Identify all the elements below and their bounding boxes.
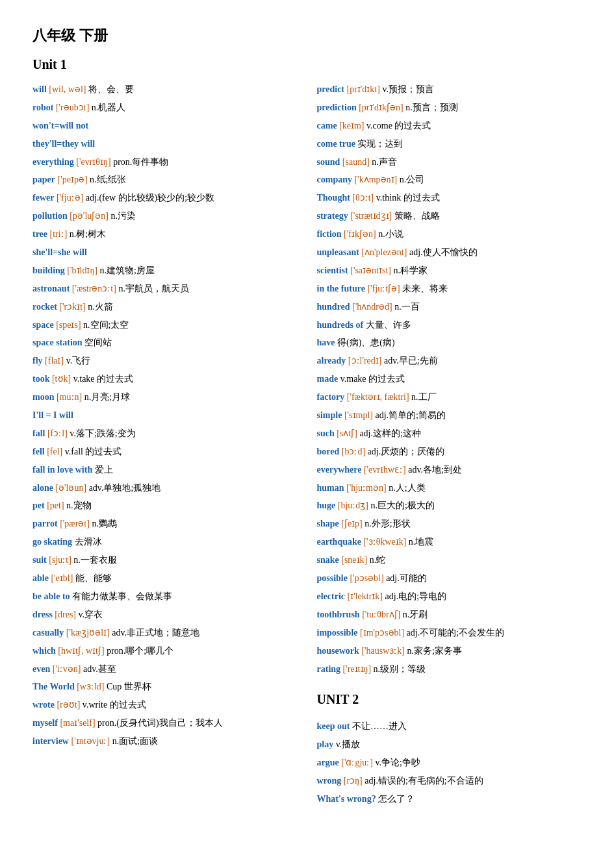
list-item: factory ['fæktərɪ, fæktri] n.工厂 <box>317 389 582 406</box>
list-item: already [ɔːl'redɪ] adv.早已;先前 <box>317 353 582 369</box>
list-item: came [keɪm] v.come 的过去式 <box>317 118 582 134</box>
list-item: she'll=she will <box>32 244 298 261</box>
list-item: possible ['pɔsəbl] adj.可能的 <box>317 570 582 587</box>
list-item: fewer ['fjuːə] adj.(few 的比较级)较少的;较少数 <box>32 190 298 206</box>
list-item: suit [sjuːt] n.一套衣服 <box>32 552 298 569</box>
left-column: will [wil, wəl] 将、会、要robot ['rəubɔt] n.机… <box>32 81 298 809</box>
list-item: sound [saund] n.声音 <box>317 154 582 171</box>
list-item: paper ['peɪpə] n.纸;纸张 <box>32 171 298 188</box>
list-item: rocket ['rɔkɪt] n.火箭 <box>32 299 298 316</box>
page-title: 八年级 下册 <box>32 26 582 45</box>
list-item: impossible [ɪm'pɔsəbl] adj.不可能的;不会发生的 <box>317 625 582 641</box>
list-item: made v.make 的过去式 <box>317 371 582 388</box>
list-item: space station 空间站 <box>32 334 298 351</box>
list-item: fell [fel] v.fall 的过去式 <box>32 443 298 460</box>
list-item: prediction [prɪ'dɪkʃən] n.预言；预测 <box>317 99 582 116</box>
list-item: tree [triː] n.树;树木 <box>32 226 298 243</box>
list-item: Thought [θɔːt] v.think 的过去式 <box>317 190 582 206</box>
list-item: I'll = I will <box>32 407 298 424</box>
list-item: such [sʌtʃ] adj.这样的;这种 <box>317 425 582 442</box>
unit2-title: UNIT 2 <box>317 688 582 712</box>
list-item: What's wrong? 怎么了？ <box>317 791 582 808</box>
list-item: fiction ['fɪkʃən] n.小说 <box>317 226 582 243</box>
list-item: in the future ['fjuːtʃə] 未来、将来 <box>317 280 582 297</box>
list-item: company ['kʌmpənɪ] n.公司 <box>317 171 582 188</box>
list-item: snake [sneɪk] n.蛇 <box>317 552 582 569</box>
list-item: hundreds of 大量、许多 <box>317 317 582 334</box>
list-item: building ['bɪldɪŋ] n.建筑物;房屋 <box>32 262 298 279</box>
list-item: housework ['hauswɜːk] n.家务;家务事 <box>317 643 582 660</box>
list-item: be able to 有能力做某事、会做某事 <box>32 588 298 605</box>
list-item: hundred ['hʌndrəd] n.一百 <box>317 299 582 316</box>
list-item: electric [ɪ'lektrɪk] adj.电的;导电的 <box>317 588 582 605</box>
list-item: rating ['reɪtɪŋ] n.级别；等级 <box>317 661 582 678</box>
list-item: fall [fɔːl] v.落下;跌落;变为 <box>32 425 298 442</box>
list-item: predict [prɪ'dɪkt] v.预报；预言 <box>317 81 582 98</box>
list-item: even ['iːvən] adv.甚至 <box>32 661 298 678</box>
list-item: myself [maɪ'self] pron.(反身代词)我自己；我本人 <box>32 715 298 732</box>
list-item: earthquake ['ɜːθkweɪk] n.地震 <box>317 534 582 551</box>
list-item: moon [muːn] n.月亮;月球 <box>32 389 298 406</box>
list-item: which [hwɪtʃ, wɪtʃ] pron.哪个;哪几个 <box>32 643 298 660</box>
list-item: fly [flaɪ] v.飞行 <box>32 353 298 369</box>
list-item: unpleasant [ʌn'plezənt] adj.使人不愉快的 <box>317 244 582 261</box>
unit1-title: Unit 1 <box>32 57 582 72</box>
list-item: alone [ə'ləun] adv.单独地;孤独地 <box>32 480 298 497</box>
list-item: go skating 去滑冰 <box>32 534 298 551</box>
list-item: come true 实现；达到 <box>317 136 582 153</box>
list-item: able ['eɪbl] 能、能够 <box>32 570 298 587</box>
list-item: human ['hjuːmən] n.人;人类 <box>317 480 582 497</box>
list-item: bored [bɔːd] adj.厌烦的；厌倦的 <box>317 443 582 460</box>
list-item: The World [wɜːld] Cup 世界杯 <box>32 678 298 695</box>
list-item: they'll=they will <box>32 136 298 153</box>
list-item: won't=will not <box>32 118 298 134</box>
list-item: parrot ['pærət] n.鹦鹉 <box>32 515 298 532</box>
list-item: shape [ʃeɪp] n.外形;形状 <box>317 515 582 532</box>
list-item: have 得(病)、患(病) <box>317 334 582 351</box>
list-item: everything ['evrɪθɪŋ] pron.每件事物 <box>32 154 298 171</box>
list-item: will [wil, wəl] 将、会、要 <box>32 81 298 98</box>
list-item: astronaut ['æstrənɔːt] n.宇航员，航天员 <box>32 280 298 297</box>
list-item: toothbrush ['tuːθbrʌʃ] n.牙刷 <box>317 606 582 623</box>
list-item: wrote [rəʊt] v.write 的过去式 <box>32 697 298 713</box>
list-item: strategy ['strætɪdʒɪ] 策略、战略 <box>317 208 582 225</box>
list-item: dress [dres] v.穿衣 <box>32 606 298 623</box>
right-column: predict [prɪ'dɪkt] v.预报；预言prediction [pr… <box>317 81 582 809</box>
list-item: argue ['ɑːgjuː] v.争论;争吵 <box>317 754 582 771</box>
list-item: simple ['sɪmpl] adj.简单的;简易的 <box>317 407 582 424</box>
list-item: huge [hjuːdʒ] n.巨大的;极大的 <box>317 497 582 514</box>
list-item: scientist ['saɪəntɪst] n.科学家 <box>317 262 582 279</box>
list-item: took [tʊk] v.take 的过去式 <box>32 371 298 388</box>
list-item: everywhere ['evrɪhwɛː] adv.各地;到处 <box>317 462 582 478</box>
list-item: wrong [rɔŋ] adj.错误的;有毛病的;不合适的 <box>317 773 582 789</box>
list-item: space [speɪs] n.空间;太空 <box>32 317 298 334</box>
list-item: fall in love with 爱上 <box>32 462 298 478</box>
list-item: pet [pet] n.宠物 <box>32 497 298 514</box>
list-item: play v.播放 <box>317 736 582 753</box>
list-item: interview ['ɪntəvjuː] n.面试;面谈 <box>32 733 298 750</box>
list-item: casually ['kæʒjʊəlɪ] adv.非正式地；随意地 <box>32 625 298 641</box>
list-item: pollution [pə'luʃən] n.污染 <box>32 208 298 225</box>
list-item: robot ['rəubɔt] n.机器人 <box>32 99 298 116</box>
list-item: keep out 不让……进入 <box>317 718 582 735</box>
